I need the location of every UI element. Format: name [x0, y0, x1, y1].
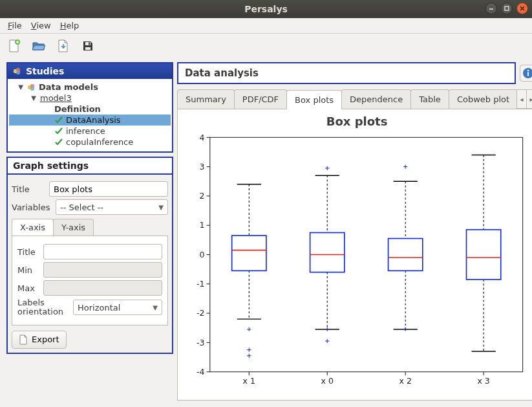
menu-view[interactable]: View — [27, 19, 55, 32]
export-label: Export — [32, 335, 59, 344]
tree-row-definition[interactable]: Definition — [9, 104, 171, 115]
studies-title: Studies — [26, 66, 64, 76]
svg-point-13 — [30, 86, 34, 90]
info-icon — [522, 67, 532, 79]
chevron-down-icon: ▼ — [30, 94, 37, 102]
tab-cobweb[interactable]: Cobweb plot — [449, 89, 518, 109]
main-layout: Studies ▼ Data models ▼ model3 Definitio… — [0, 58, 532, 407]
svg-rect-7 — [89, 43, 90, 45]
plot-title: Box plots — [184, 115, 529, 128]
tab-scroll: ◂ ▸ — [517, 89, 532, 109]
menu-file[interactable]: File — [4, 19, 26, 32]
gs-title-label: Title — [12, 184, 45, 194]
tree-label-copula: copulaInference — [66, 137, 133, 147]
minimize-button[interactable] — [485, 3, 497, 14]
tab-scroll-right[interactable]: ▸ — [526, 89, 532, 109]
menu-help[interactable]: Help — [56, 19, 83, 32]
axis-orient-select[interactable]: Horizontal ▼ — [73, 300, 162, 315]
toolbar — [0, 34, 532, 58]
check-icon — [54, 138, 63, 147]
plot-area: Box plots -4-3-2-101234x 1x 0x 2x 3 — [177, 109, 532, 401]
chevron-down-icon: ▼ — [17, 83, 25, 91]
right-column: Data analysis Summary PDF/CDF Box plots … — [177, 62, 532, 401]
tab-scroll-left[interactable]: ◂ — [516, 89, 527, 109]
tree-row-inference[interactable]: inference — [9, 126, 171, 137]
menu-help-label: elp — [66, 21, 79, 30]
tree-row-model[interactable]: ▼ model3 — [9, 93, 171, 104]
axis-min-label: Min — [17, 265, 39, 275]
tab-dependence[interactable]: Dependence — [341, 89, 411, 109]
chevron-down-icon: ▼ — [153, 304, 158, 311]
studies-tree: ▼ Data models ▼ model3 Definition DataAn… — [8, 79, 172, 151]
svg-rect-1 — [505, 6, 509, 10]
svg-rect-17 — [210, 137, 523, 371]
svg-text:-3: -3 — [197, 338, 205, 347]
tree-row-copula[interactable]: copulaInference — [9, 137, 171, 148]
svg-text:-4: -4 — [197, 367, 205, 377]
tab-yaxis[interactable]: Y-axis — [53, 219, 94, 236]
boxplot-chart: -4-3-2-101234x 1x 0x 2x 3 — [184, 131, 529, 393]
gs-variables-label: Variables — [12, 203, 52, 212]
svg-text:0: 0 — [199, 250, 204, 259]
axis-orient-value: Horizontal — [78, 303, 120, 313]
menu-file-label: ile — [12, 21, 22, 30]
save-icon[interactable] — [80, 38, 96, 54]
export-button[interactable]: Export — [12, 331, 67, 349]
gs-title-input[interactable] — [49, 181, 168, 197]
svg-rect-6 — [85, 47, 90, 50]
svg-text:-1: -1 — [197, 279, 205, 289]
graph-settings-panel: Graph settings Title Variables -- Select… — [6, 157, 173, 354]
window-controls — [485, 3, 528, 14]
window-title: Persalys — [244, 4, 288, 14]
tab-xaxis[interactable]: X-axis — [12, 219, 54, 236]
axis-title-input[interactable] — [43, 244, 162, 259]
check-icon — [54, 116, 63, 125]
check-icon — [54, 127, 63, 136]
tree-label-definition: Definition — [54, 104, 101, 114]
import-icon[interactable] — [56, 38, 71, 54]
svg-text:1: 1 — [199, 220, 204, 230]
graph-settings-body: Title Variables -- Select -- ▼ X-axis Y-… — [8, 175, 172, 353]
svg-text:x 1: x 1 — [243, 377, 255, 386]
svg-point-15 — [527, 70, 529, 72]
menubar: File View Help — [0, 18, 532, 34]
open-file-icon[interactable] — [31, 38, 47, 54]
svg-point-10 — [16, 71, 20, 74]
svg-text:x 2: x 2 — [399, 377, 411, 386]
graph-settings-header: Graph settings — [8, 158, 172, 175]
tab-table[interactable]: Table — [410, 89, 449, 109]
axis-tabs: X-axis Y-axis — [12, 219, 168, 236]
studies-icon — [13, 67, 22, 76]
svg-text:x 0: x 0 — [321, 377, 334, 386]
left-column: Studies ▼ Data models ▼ model3 Definitio… — [6, 62, 173, 401]
axis-panel: Title Min Max Labels orientation — [12, 236, 168, 325]
svg-point-14 — [523, 68, 532, 78]
axis-orient-label: Labels orientation — [17, 298, 69, 317]
axis-min-input — [43, 262, 162, 278]
gs-variables-value: -- Select -- — [60, 203, 103, 212]
axis-max-input — [43, 280, 162, 296]
tab-boxplots[interactable]: Box plots — [286, 90, 342, 109]
svg-text:-2: -2 — [197, 308, 205, 318]
studies-panel: Studies ▼ Data models ▼ model3 Definitio… — [6, 62, 173, 153]
titlebar: Persalys — [0, 0, 532, 18]
svg-rect-16 — [527, 72, 529, 76]
tree-label-inference: inference — [66, 126, 105, 136]
maximize-button[interactable] — [501, 3, 513, 14]
data-models-icon — [27, 83, 36, 92]
tab-pdfcdf[interactable]: PDF/CDF — [234, 89, 287, 109]
tree-label-model: model3 — [40, 93, 72, 103]
tree-label-data-models: Data models — [39, 82, 98, 92]
axis-max-label: Max — [17, 283, 39, 293]
tree-row-dataanalysis[interactable]: DataAnalysis — [9, 115, 171, 126]
info-button[interactable] — [520, 65, 532, 82]
tab-summary[interactable]: Summary — [177, 89, 235, 109]
gs-variables-select[interactable]: -- Select -- ▼ — [56, 199, 168, 215]
axis-title-label: Title — [17, 247, 39, 257]
export-icon — [19, 335, 28, 345]
chevron-down-icon: ▼ — [158, 204, 164, 211]
svg-text:3: 3 — [199, 162, 204, 171]
close-button[interactable] — [516, 3, 528, 14]
new-file-icon[interactable] — [6, 38, 22, 54]
tree-row-data-models[interactable]: ▼ Data models — [9, 82, 171, 93]
